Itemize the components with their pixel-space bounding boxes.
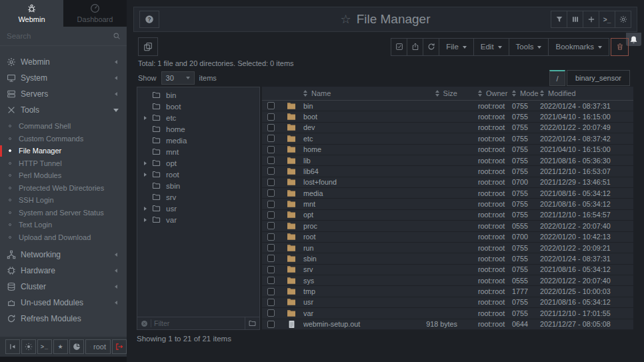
row-checkbox[interactable] bbox=[267, 222, 275, 229]
row-checkbox[interactable] bbox=[267, 266, 275, 273]
sidebar-item-system[interactable]: System bbox=[0, 70, 127, 86]
expand-icon[interactable] bbox=[144, 218, 149, 222]
favorites-button[interactable]: ★ bbox=[53, 339, 68, 354]
sidebar-item-custom-commands[interactable]: Custom Commands bbox=[0, 133, 127, 145]
sidebar-item-http-tunnel[interactable]: HTTP Tunnel bbox=[0, 157, 127, 170]
file-row-webmin-setup-out[interactable]: webmin-setup.out918 bytesroot:root064420… bbox=[262, 319, 633, 330]
sidebar-item-text-login[interactable]: Text Login bbox=[0, 219, 127, 231]
file-row-tmp[interactable]: tmproot:root17772022/01/25 - 10:00:03 bbox=[262, 286, 633, 297]
search-input[interactable] bbox=[0, 32, 127, 40]
expand-icon[interactable] bbox=[144, 173, 149, 177]
clear-filter-icon[interactable] bbox=[141, 320, 148, 327]
select-all-button[interactable] bbox=[391, 38, 407, 56]
tree-item-etc[interactable]: etc bbox=[137, 112, 259, 123]
file-menu[interactable]: File bbox=[439, 38, 474, 56]
edit-menu[interactable]: Edit bbox=[473, 38, 509, 56]
sidebar-item-cluster[interactable]: Cluster bbox=[0, 279, 127, 295]
row-checkbox[interactable] bbox=[267, 135, 275, 142]
file-row-home[interactable]: homeroot:root07552021/04/10 - 16:15:00 bbox=[262, 145, 633, 155]
language-button[interactable] bbox=[69, 339, 84, 354]
sidebar-item-upload-and-download[interactable]: Upload and Download bbox=[0, 231, 127, 244]
file-row-var[interactable]: varroot:root07552021/12/10 - 17:01:55 bbox=[262, 308, 633, 319]
row-checkbox[interactable] bbox=[267, 102, 275, 109]
file-row-dev[interactable]: devroot:root07552022/01/22 - 20:07:49 bbox=[262, 123, 633, 133]
file-row-usr[interactable]: usrroot:root07552021/08/16 - 05:34:12 bbox=[262, 297, 633, 308]
sidebar-item-hardware[interactable]: Hardware bbox=[0, 263, 127, 279]
add-button[interactable] bbox=[583, 11, 599, 28]
delete-button[interactable] bbox=[611, 38, 629, 56]
filter-button[interactable] bbox=[551, 11, 567, 28]
tab-dashboard[interactable]: Dashboard bbox=[63, 0, 127, 27]
row-checkbox[interactable] bbox=[267, 211, 275, 219]
sidebar-item-perl-modules[interactable]: Perl Modules bbox=[0, 169, 127, 182]
file-row-boot[interactable]: bootroot:root07552021/04/10 - 16:15:00 bbox=[262, 111, 633, 122]
column-header-size[interactable]: Size bbox=[393, 88, 467, 99]
row-checkbox[interactable] bbox=[267, 321, 275, 328]
theme-button[interactable] bbox=[21, 339, 36, 354]
tree-item-mnt[interactable]: mnt bbox=[137, 146, 259, 157]
clipboard-button[interactable] bbox=[138, 37, 158, 56]
refresh-button[interactable] bbox=[423, 38, 439, 56]
sidebar-item-webmin[interactable]: Webmin bbox=[0, 54, 127, 70]
row-checkbox[interactable] bbox=[267, 299, 275, 306]
logout-button[interactable] bbox=[112, 339, 127, 354]
sidebar-item-un-used-modules[interactable]: Un-used Modules bbox=[0, 295, 127, 311]
row-checkbox[interactable] bbox=[267, 179, 275, 186]
tab-webmin[interactable]: Webmin bbox=[0, 0, 63, 27]
tree-folder-button[interactable] bbox=[245, 317, 259, 329]
sidebar-item-protected-web-directories[interactable]: Protected Web Directories bbox=[0, 182, 127, 195]
settings-button[interactable] bbox=[615, 11, 631, 28]
tree-item-var[interactable]: var bbox=[137, 214, 259, 225]
tree-item-sbin[interactable]: sbin bbox=[137, 180, 259, 191]
row-checkbox[interactable] bbox=[267, 244, 275, 251]
file-row-lib[interactable]: libroot:root07552021/08/16 - 05:36:30 bbox=[262, 155, 633, 166]
row-checkbox[interactable] bbox=[267, 167, 275, 175]
help-button[interactable]: ? bbox=[139, 11, 159, 28]
sidebar-item-ssh-login[interactable]: SSH Login bbox=[0, 194, 127, 207]
file-row-run[interactable]: runroot:root07552022/01/22 - 20:09:21 bbox=[262, 243, 633, 253]
header-terminal-button[interactable]: >_ bbox=[599, 11, 615, 28]
sidebar-item-refresh-modules[interactable]: Refresh Modules bbox=[0, 311, 127, 327]
breadcrumb-path[interactable]: binary_sensor bbox=[567, 70, 630, 86]
tree-filter-input[interactable] bbox=[151, 319, 245, 327]
sidebar-item-system-and-server-status[interactable]: System and Server Status bbox=[0, 207, 127, 219]
row-checkbox[interactable] bbox=[267, 233, 275, 241]
row-checkbox[interactable] bbox=[267, 146, 275, 153]
breadcrumb-root-button[interactable]: / bbox=[549, 70, 565, 86]
row-checkbox[interactable] bbox=[267, 124, 275, 131]
expand-icon[interactable] bbox=[144, 207, 149, 211]
row-checkbox[interactable] bbox=[267, 201, 275, 208]
tree-item-boot[interactable]: boot bbox=[137, 101, 259, 112]
expand-icon[interactable] bbox=[144, 116, 149, 120]
file-row-root[interactable]: rootroot:root07002022/01/20 - 10:42:13 bbox=[262, 232, 633, 243]
terminal-button[interactable]: >_ bbox=[37, 339, 52, 354]
export-button[interactable] bbox=[407, 38, 423, 56]
user-button[interactable]: root bbox=[85, 339, 111, 354]
file-row-bin[interactable]: binroot:root07552022/01/24 - 08:37:31 bbox=[262, 101, 633, 111]
file-row-etc[interactable]: etcroot:root07552022/01/24 - 08:37:42 bbox=[262, 133, 633, 144]
tree-item-bin[interactable]: bin bbox=[137, 89, 259, 101]
file-row-media[interactable]: mediaroot:root07552021/08/16 - 05:34:12 bbox=[262, 188, 633, 199]
tools-menu[interactable]: Tools bbox=[509, 38, 549, 56]
sidebar-item-networking[interactable]: Networking bbox=[0, 247, 127, 263]
sidebar-item-servers[interactable]: Servers bbox=[0, 86, 127, 102]
column-header-mode[interactable]: Mode bbox=[508, 88, 539, 99]
column-header-name[interactable]: Name bbox=[303, 88, 393, 99]
expand-icon[interactable] bbox=[144, 161, 149, 165]
file-row-lib64[interactable]: lib64root:root07552021/12/10 - 16:53:07 bbox=[262, 166, 633, 177]
page-size-select[interactable]: 30 bbox=[161, 71, 195, 85]
tree-item-srv[interactable]: srv bbox=[137, 191, 259, 203]
sidebar-item-file-manager[interactable]: File Manager bbox=[0, 145, 127, 157]
file-row-sbin[interactable]: sbinroot:root07552022/01/24 - 08:37:31 bbox=[262, 253, 633, 264]
row-checkbox[interactable] bbox=[267, 157, 275, 164]
row-checkbox[interactable] bbox=[267, 309, 275, 317]
tree-item-opt[interactable]: opt bbox=[137, 157, 259, 169]
file-row-lost-found[interactable]: lost+foundroot:root07002021/12/29 - 13:4… bbox=[262, 177, 633, 188]
file-row-opt[interactable]: optroot:root07552021/12/10 - 16:54:57 bbox=[262, 210, 633, 221]
file-row-sys[interactable]: sysroot:root05552022/01/22 - 20:07:40 bbox=[262, 275, 633, 286]
bookmarks-menu[interactable]: Bookmarks bbox=[548, 38, 609, 56]
collapse-sidebar-button[interactable] bbox=[5, 339, 20, 354]
row-checkbox[interactable] bbox=[267, 277, 275, 284]
row-checkbox[interactable] bbox=[267, 189, 275, 197]
column-header-owner[interactable]: Owner bbox=[467, 88, 508, 99]
